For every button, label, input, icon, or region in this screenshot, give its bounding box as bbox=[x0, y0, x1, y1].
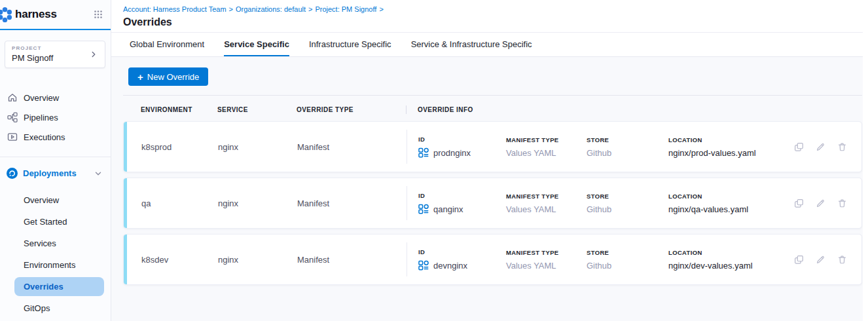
breadcrumb-separator: > bbox=[308, 5, 312, 13]
trash-icon bbox=[837, 198, 847, 208]
manifest-id-icon bbox=[418, 204, 429, 214]
breadcrumb-organization[interactable]: Organizations: default bbox=[236, 5, 306, 13]
delete-button[interactable] bbox=[837, 198, 847, 208]
override-type-cell: Manifest bbox=[297, 198, 407, 208]
scrollbar-track[interactable] bbox=[863, 0, 868, 321]
store-value: Github bbox=[587, 261, 668, 271]
delete-button[interactable] bbox=[837, 255, 847, 265]
page-header: Account: Harness Product Team>Organizati… bbox=[111, 0, 868, 33]
deployments-icon bbox=[7, 168, 18, 179]
module-picker-button[interactable] bbox=[94, 10, 103, 19]
edit-button[interactable] bbox=[816, 142, 825, 152]
subnav-item-services[interactable]: Services bbox=[14, 234, 104, 253]
location-value: nginx/qa-values.yaml bbox=[668, 204, 789, 214]
row-actions bbox=[794, 198, 847, 208]
id-value: qanginx bbox=[433, 204, 463, 214]
sidebar-item-executions[interactable]: Executions bbox=[0, 127, 111, 147]
pipelines-icon bbox=[7, 112, 18, 123]
harness-logo-icon bbox=[0, 6, 14, 24]
subnav-item-gitops[interactable]: GitOps bbox=[14, 299, 104, 318]
column-header-override-type: OVERRIDE TYPE bbox=[297, 106, 406, 113]
table-header: ENVIRONMENT SERVICE OVERRIDE TYPE OVERRI… bbox=[123, 104, 862, 115]
breadcrumb-account[interactable]: Account: Harness Product Team bbox=[123, 5, 226, 13]
clone-button[interactable] bbox=[794, 198, 804, 208]
trash-icon bbox=[837, 142, 847, 152]
grid-icon bbox=[94, 10, 103, 19]
brand-header[interactable]: harness bbox=[0, 0, 111, 30]
row-accent-bar bbox=[124, 122, 127, 172]
row-divider bbox=[407, 242, 407, 276]
subnav-item-overrides[interactable]: Overrides bbox=[14, 277, 104, 296]
subnav-item-get-started[interactable]: Get Started bbox=[14, 212, 104, 231]
breadcrumb-project[interactable]: Project: PM Signoff bbox=[315, 5, 376, 13]
project-selector[interactable]: PROJECT PM Signoff bbox=[5, 41, 105, 68]
sidebar: harness PROJECT PM Signoff bbox=[0, 0, 111, 321]
sidebar-section-deployments[interactable]: Deployments bbox=[0, 164, 111, 183]
header-divider bbox=[406, 105, 407, 114]
column-header-override-info: OVERRIDE INFO bbox=[418, 106, 473, 113]
breadcrumb-separator: > bbox=[379, 5, 383, 13]
sidebar-item-label: Executions bbox=[24, 132, 65, 142]
service-cell: nginx bbox=[218, 198, 297, 208]
row-accent-bar bbox=[124, 178, 127, 228]
service-cell: nginx bbox=[218, 255, 297, 265]
tab-global-environment[interactable]: Global Environment bbox=[130, 33, 204, 56]
edit-button[interactable] bbox=[816, 255, 825, 265]
sidebar-item-overview[interactable]: Overview bbox=[0, 88, 111, 107]
id-block: ID qanginx bbox=[418, 192, 506, 214]
deployments-subnav: Overview Get Started Services Environmen… bbox=[0, 191, 111, 318]
trash-icon bbox=[837, 255, 847, 265]
clone-button[interactable] bbox=[794, 142, 804, 152]
store-label: STORE bbox=[587, 249, 668, 256]
pencil-icon bbox=[816, 142, 825, 152]
new-override-label: New Override bbox=[147, 72, 199, 82]
id-label: ID bbox=[418, 192, 506, 199]
subnav-item-overview[interactable]: Overview bbox=[14, 191, 104, 210]
new-override-button[interactable]: + New Override bbox=[128, 67, 208, 86]
project-meta: PROJECT PM Signoff bbox=[12, 45, 89, 63]
chevron-right-icon bbox=[89, 50, 98, 59]
manifest-type-value: Values YAML bbox=[506, 148, 587, 158]
delete-button[interactable] bbox=[837, 142, 847, 152]
home-icon bbox=[7, 92, 18, 103]
environment-cell: k8sdev bbox=[141, 255, 218, 265]
project-name: PM Signoff bbox=[12, 53, 89, 63]
store-block: STORE Github bbox=[587, 193, 668, 214]
clone-button[interactable] bbox=[794, 255, 804, 265]
id-label: ID bbox=[418, 136, 506, 143]
subnav-item-environments[interactable]: Environments bbox=[14, 255, 104, 274]
location-value: nginx/dev-values.yaml bbox=[668, 261, 789, 271]
id-block: ID prodnginx bbox=[418, 136, 506, 158]
edit-button[interactable] bbox=[816, 198, 825, 208]
override-row[interactable]: qa nginx Manifest ID qanginx MANIFEST TY… bbox=[123, 178, 862, 229]
tab-service-specific[interactable]: Service Specific bbox=[224, 33, 289, 56]
location-label: LOCATION bbox=[668, 249, 789, 256]
override-row[interactable]: k8sprod nginx Manifest ID prodnginx MANI… bbox=[123, 121, 862, 172]
row-divider bbox=[407, 186, 407, 220]
row-actions bbox=[794, 142, 847, 152]
location-label: LOCATION bbox=[668, 193, 789, 200]
location-label: LOCATION bbox=[668, 136, 789, 143]
manifest-id-icon bbox=[418, 147, 429, 158]
id-label: ID bbox=[418, 248, 506, 255]
override-row[interactable]: k8sdev nginx Manifest ID devnginx MANIFE… bbox=[123, 234, 862, 285]
sidebar-item-pipelines[interactable]: Pipelines bbox=[0, 107, 111, 127]
tab-service-infrastructure-specific[interactable]: Service & Infrastructure Specific bbox=[411, 33, 532, 56]
override-type-cell: Manifest bbox=[297, 142, 407, 152]
column-header-environment: ENVIRONMENT bbox=[141, 106, 217, 113]
location-block: LOCATION nginx/dev-values.yaml bbox=[668, 249, 789, 271]
environment-cell: qa bbox=[141, 198, 218, 208]
store-value: Github bbox=[587, 148, 668, 158]
store-label: STORE bbox=[587, 136, 668, 143]
id-value: prodnginx bbox=[433, 148, 471, 158]
sidebar-nav: Overview Pipelines Executions bbox=[0, 88, 111, 147]
manifest-type-block: MANIFEST TYPE Values YAML bbox=[506, 193, 587, 214]
row-divider bbox=[407, 130, 407, 164]
tab-infrastructure-specific[interactable]: Infrastructure Specific bbox=[309, 33, 391, 56]
main-panel: Account: Harness Product Team>Organizati… bbox=[111, 0, 868, 321]
executions-icon bbox=[7, 132, 18, 142]
toolbar-divider bbox=[123, 95, 862, 96]
store-value: Github bbox=[587, 204, 668, 214]
column-header-service: SERVICE bbox=[217, 106, 297, 113]
breadcrumb: Account: Harness Product Team>Organizati… bbox=[123, 5, 852, 13]
